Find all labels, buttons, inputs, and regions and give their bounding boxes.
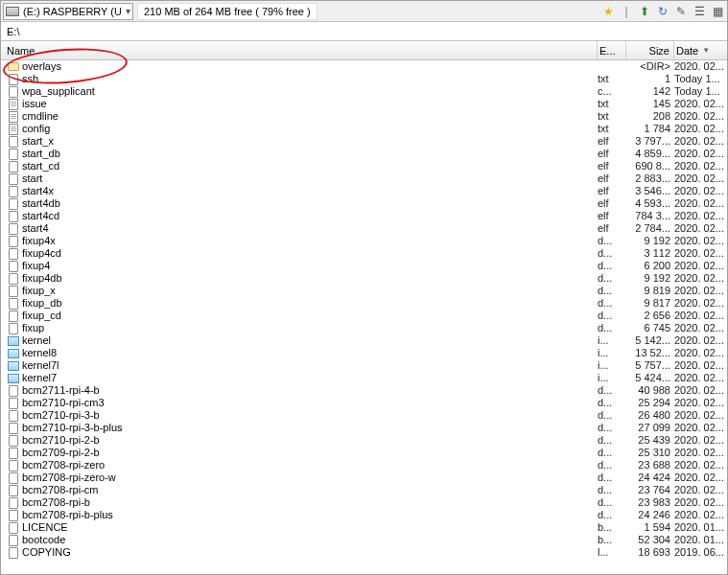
file-row[interactable]: fixup4dbd...9 1922020. 02... [1, 272, 727, 285]
file-row[interactable]: sshtxt1Today 1... [1, 73, 727, 85]
file-row[interactable]: fixupd...6 7452020. 02... [1, 322, 727, 334]
file-icon [7, 310, 20, 322]
file-size: 13 52... [626, 347, 674, 359]
file-row[interactable]: bcm2710-rpi-cm3d...25 2942020. 02... [1, 397, 727, 409]
file-name: bootcode [22, 534, 598, 546]
file-size: 9 817 [626, 297, 674, 310]
file-row[interactable]: start_cdelf690 8...2020. 02... [1, 160, 727, 172]
file-row[interactable]: bcm2708-rpi-cmd...23 7642020. 02... [1, 484, 727, 496]
file-row[interactable]: bcm2708-rpi-b-plusd...24 2462020. 02... [1, 509, 727, 521]
file-row[interactable]: kernel7li...5 757...2020. 02... [1, 359, 727, 372]
file-row[interactable]: COPYINGl...18 6932019. 06... [1, 546, 727, 559]
header-size[interactable]: Size [626, 41, 674, 59]
file-row[interactable]: bcm2710-rpi-3-bd...26 4802020. 02... [1, 409, 727, 422]
file-date: 2020. 02... [674, 459, 727, 472]
file-size: 6 745 [626, 322, 674, 334]
file-row[interactable]: kerneli...5 142...2020. 02... [1, 334, 727, 347]
file-row[interactable]: startelf2 883...2020. 02... [1, 172, 727, 185]
grid-icon[interactable]: ▦ [710, 4, 725, 19]
img-icon [7, 335, 20, 347]
file-ext: txt [598, 73, 626, 85]
file-date: 2019. 06... [674, 546, 727, 559]
file-row[interactable]: overlays<DIR>2020. 02... [1, 60, 727, 73]
file-name: start_db [22, 148, 598, 160]
file-name: COPYING [22, 546, 598, 559]
file-row[interactable]: bcm2709-rpi-2-bd...25 3102020. 02... [1, 447, 727, 459]
file-icon [7, 211, 20, 222]
file-ext: txt [598, 110, 626, 123]
file-ext: d... [598, 260, 626, 272]
file-name: bcm2708-rpi-cm [22, 484, 598, 496]
file-name: bcm2709-rpi-2-b [22, 447, 598, 459]
file-name: bcm2710-rpi-3-b-plus [22, 422, 598, 434]
file-row[interactable]: bootcodeb...52 3042020. 01... [1, 534, 727, 546]
file-row[interactable]: cmdlinetxt2082020. 02... [1, 110, 727, 123]
file-ext: d... [598, 322, 626, 334]
file-icon [7, 298, 20, 310]
file-date: 2020. 02... [674, 397, 727, 409]
sort-desc-icon: ▼ [702, 46, 710, 55]
file-row[interactable]: bcm2711-rpi-4-bd...40 9882020. 02... [1, 384, 727, 397]
file-row[interactable]: start4dbelf4 593...2020. 02... [1, 197, 727, 210]
file-icon [7, 186, 20, 197]
refresh-icon[interactable]: ↻ [655, 4, 670, 19]
file-row[interactable]: fixup_cdd...2 6562020. 02... [1, 310, 727, 322]
file-size: 9 192 [626, 272, 674, 285]
file-size: 40 988 [626, 384, 674, 397]
file-row[interactable]: start_dbelf4 859...2020. 02... [1, 148, 727, 160]
file-row[interactable]: start4elf2 784...2020. 02... [1, 222, 727, 235]
file-ext: d... [598, 434, 626, 447]
file-row[interactable]: bcm2708-rpi-bd...23 9832020. 02... [1, 496, 727, 509]
file-row[interactable]: start4xelf3 546...2020. 02... [1, 185, 727, 197]
file-row[interactable]: issuetxt1452020. 02... [1, 98, 727, 110]
file-row[interactable]: LICENCEb...1 5942020. 01... [1, 521, 727, 534]
file-name: start_cd [22, 160, 598, 172]
file-size: 208 [626, 110, 674, 123]
file-row[interactable]: fixup4xd...9 1922020. 02... [1, 235, 727, 247]
file-ext: d... [598, 484, 626, 496]
file-size: 52 304 [626, 534, 674, 546]
file-icon [7, 535, 20, 546]
file-date: 2020. 02... [674, 185, 727, 197]
file-ext: d... [598, 285, 626, 297]
file-icon [7, 273, 20, 285]
file-size: 24 424 [626, 472, 674, 484]
file-row[interactable]: start4cdelf784 3...2020. 02... [1, 210, 727, 222]
drive-label: (E:) RASPBERRY (U [23, 6, 122, 17]
favorite-icon[interactable]: ★ [600, 4, 616, 19]
header-ext[interactable]: E... [598, 41, 626, 59]
file-row[interactable]: bcm2710-rpi-3-b-plusd...27 0992020. 02..… [1, 422, 727, 434]
file-name: ssh [22, 73, 598, 85]
file-name: fixup4db [22, 272, 598, 285]
file-row[interactable]: fixup4cdd...3 1122020. 02... [1, 247, 727, 260]
file-row[interactable]: bcm2710-rpi-2-bd...25 4392020. 02... [1, 434, 727, 447]
file-row[interactable]: kernel8i...13 52...2020. 02... [1, 347, 727, 359]
list-icon[interactable]: ☰ [692, 4, 707, 19]
file-row[interactable]: fixup4d...6 2002020. 02... [1, 260, 727, 272]
file-row[interactable]: start_xelf3 797...2020. 02... [1, 135, 727, 148]
file-ext: c... [598, 85, 626, 98]
file-size: 5 757... [626, 359, 674, 372]
column-headers: Name E... Size Date ▼ [1, 41, 727, 60]
file-row[interactable]: bcm2708-rpi-zero-wd...24 4242020. 02... [1, 472, 727, 484]
file-icon [7, 485, 20, 496]
file-name: fixup4 [22, 260, 598, 272]
file-row[interactable]: kernel7i...5 424...2020. 02... [1, 372, 727, 384]
file-row[interactable]: bcm2708-rpi-zerod...23 6882020. 02... [1, 459, 727, 472]
file-date: 2020. 02... [674, 472, 727, 484]
header-date[interactable]: Date ▼ [674, 41, 727, 59]
file-row[interactable]: fixup_dbd...9 8172020. 02... [1, 297, 727, 310]
wand-icon[interactable]: ✎ [673, 4, 689, 19]
file-row[interactable]: fixup_xd...9 8192020. 02... [1, 285, 727, 297]
file-name: start [22, 172, 598, 185]
file-row[interactable]: configtxt1 7842020. 02... [1, 123, 727, 135]
path-bar[interactable]: E:\ [1, 22, 727, 41]
file-size: 5 142... [626, 334, 674, 347]
drive-selector[interactable]: (E:) RASPBERRY (U ▾ [3, 3, 133, 20]
up-icon[interactable]: ⬆ [637, 4, 652, 19]
file-size: 4 593... [626, 197, 674, 210]
file-size: 3 112 [626, 247, 674, 260]
file-row[interactable]: wpa_supplicantc...142Today 1... [1, 85, 727, 98]
file-size: 9 819 [626, 285, 674, 297]
header-name[interactable]: Name [1, 41, 598, 59]
